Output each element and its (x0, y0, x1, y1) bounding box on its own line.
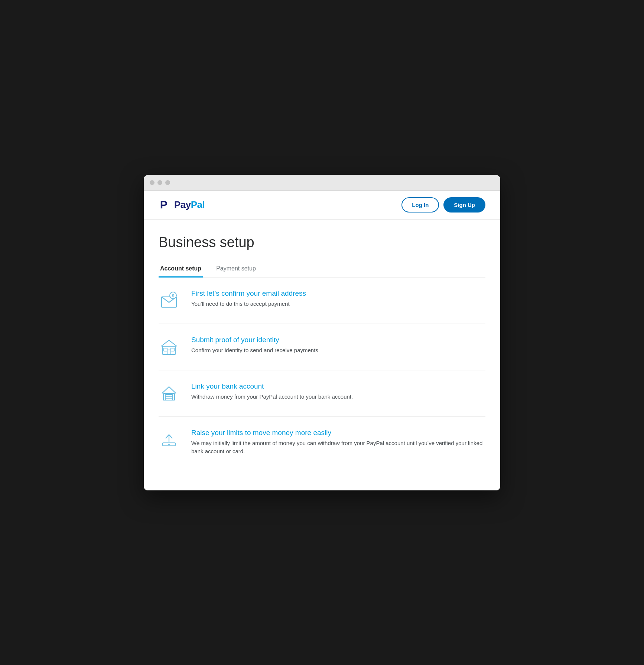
confirm-email-title: First let’s confirm your email address (191, 289, 485, 298)
limits-content: Raise your limits to move money more eas… (191, 429, 485, 456)
store-icon (159, 336, 181, 358)
limits-title: Raise your limits to move money more eas… (191, 429, 485, 437)
bank-content: Link your bank account Withdraw money fr… (191, 382, 485, 401)
svg-rect-5 (164, 348, 167, 351)
logo-pal: Pal (191, 199, 205, 210)
svg-rect-9 (165, 395, 173, 400)
logo-text: PayPal (174, 199, 205, 211)
tabs: Account setup Payment setup (159, 261, 485, 278)
identity-desc: Confirm your identity to send and receiv… (191, 346, 485, 355)
svg-text:P: P (160, 198, 167, 211)
signup-button[interactable]: Sign Up (443, 197, 485, 213)
svg-rect-6 (171, 348, 174, 351)
bank-title: Link your bank account (191, 382, 485, 390)
identity-content: Submit proof of your identity Confirm yo… (191, 336, 485, 355)
page-title: Business setup (159, 234, 485, 250)
maximize-dot (165, 180, 170, 185)
limits-desc: We may initially limit the amount of mon… (191, 439, 485, 456)
setup-item-identity[interactable]: Submit proof of your identity Confirm yo… (159, 324, 485, 370)
page-content: P PayPal Log In Sign Up Business setup A… (144, 191, 500, 490)
bank-icon (159, 382, 181, 405)
tab-payment-setup[interactable]: Payment setup (215, 261, 257, 278)
setup-item-bank[interactable]: Link your bank account Withdraw money fr… (159, 370, 485, 417)
confirm-email-desc: You’ll need to do this to accept payment (191, 300, 485, 308)
upload-icon (159, 429, 181, 451)
email-icon: $ (159, 289, 181, 312)
login-button[interactable]: Log In (401, 197, 439, 213)
logo: P PayPal (159, 198, 205, 211)
svg-point-14 (168, 444, 170, 445)
svg-text:$: $ (172, 293, 174, 298)
main-content: Business setup Account setup Payment set… (144, 220, 500, 490)
svg-rect-7 (167, 350, 171, 354)
bank-desc: Withdraw money from your PayPal account … (191, 393, 485, 401)
close-dot (150, 180, 155, 185)
logo-pay: Pay (174, 199, 191, 210)
header: P PayPal Log In Sign Up (144, 191, 500, 220)
setup-list: $ First let’s confirm your email address… (159, 278, 485, 468)
paypal-logo-icon: P (159, 198, 172, 211)
header-buttons: Log In Sign Up (401, 197, 485, 213)
confirm-email-content: First let’s confirm your email address Y… (191, 289, 485, 308)
identity-title: Submit proof of your identity (191, 336, 485, 344)
tab-account-setup[interactable]: Account setup (159, 261, 203, 278)
setup-item-confirm-email[interactable]: $ First let’s confirm your email address… (159, 278, 485, 324)
setup-item-limits[interactable]: Raise your limits to move money more eas… (159, 417, 485, 468)
minimize-dot (157, 180, 162, 185)
titlebar (144, 175, 500, 191)
browser-window: P PayPal Log In Sign Up Business setup A… (144, 175, 500, 490)
